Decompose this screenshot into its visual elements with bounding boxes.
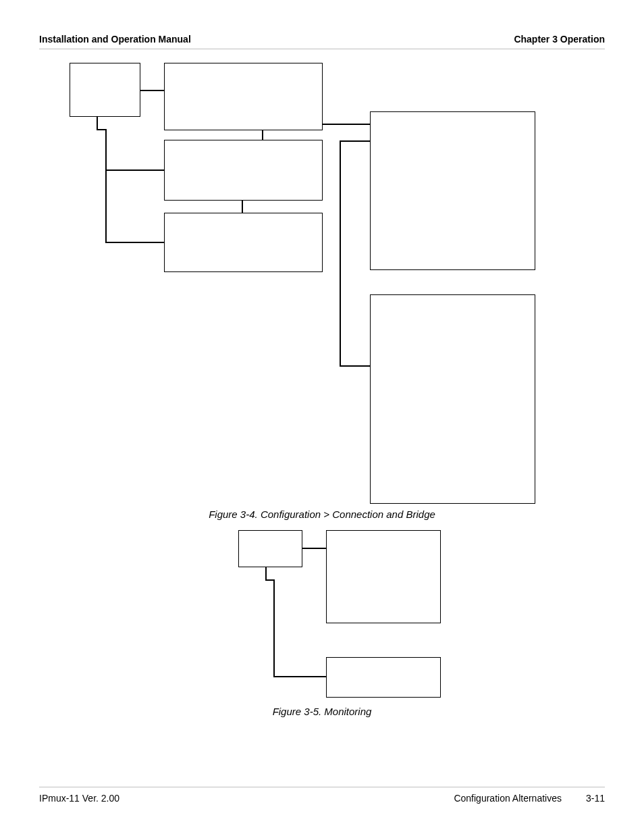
page-footer: IPmux-11 Ver. 2.00 Configuration Alterna… <box>39 787 605 804</box>
connector <box>105 242 164 243</box>
connector <box>262 130 263 140</box>
connector <box>105 170 164 171</box>
connector <box>265 579 273 581</box>
fig34-mid-box-2 <box>164 140 323 201</box>
connector <box>273 579 275 676</box>
footer-page-num: 3-11 <box>586 793 605 804</box>
connector <box>105 129 107 242</box>
page-header: Installation and Operation Manual Chapte… <box>39 34 605 49</box>
connector <box>140 90 164 91</box>
fig35-right-box-2 <box>326 657 441 698</box>
fig35-root-box <box>238 530 302 567</box>
fig34-mid-box-3 <box>164 213 323 272</box>
connector <box>302 548 326 549</box>
connector <box>340 365 370 367</box>
fig34-mid-box-1 <box>164 63 323 130</box>
fig34-right-box-2 <box>370 294 535 504</box>
footer-left: IPmux-11 Ver. 2.00 <box>39 793 119 804</box>
header-right: Chapter 3 Operation <box>514 34 605 45</box>
connector <box>273 676 326 677</box>
connector <box>97 129 105 130</box>
diagram-area: Figure 3-4. Configuration > Connection a… <box>39 49 605 711</box>
figure-3-4-caption: Figure 3-4. Configuration > Connection a… <box>39 509 605 520</box>
connector <box>97 117 98 129</box>
connector <box>340 140 341 366</box>
fig34-right-box-1 <box>370 111 535 270</box>
fig35-right-box-1 <box>326 530 441 623</box>
connector <box>323 124 370 125</box>
connector <box>265 567 267 579</box>
figure-3-5-caption: Figure 3-5. Monitoring <box>39 706 605 717</box>
header-left: Installation and Operation Manual <box>39 34 191 45</box>
connector <box>340 140 370 142</box>
footer-section-title: Configuration Alternatives <box>454 793 562 804</box>
fig34-root-box <box>70 63 140 117</box>
connector <box>242 201 243 213</box>
